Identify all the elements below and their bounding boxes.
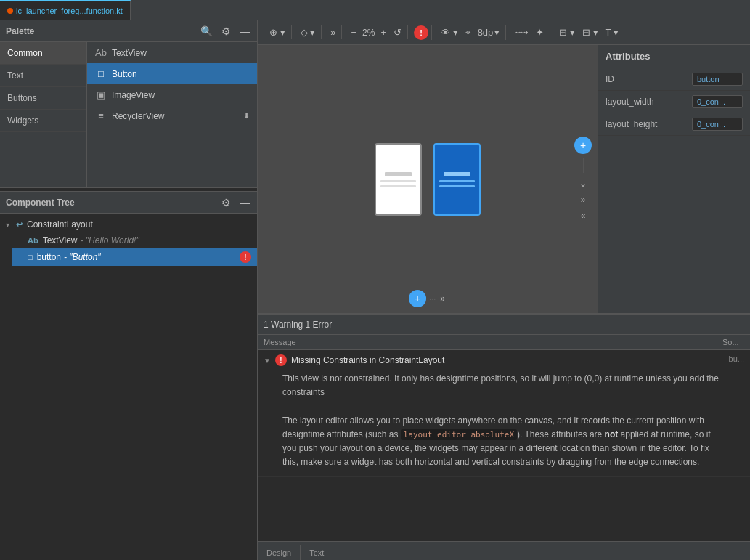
attr-row-width: layout_width 0_con... [598,91,750,113]
msg-error-icon-0: ! [275,354,287,366]
tree-prefix-button: □ [28,253,33,261]
col-message: Message [264,338,722,346]
phone-mockup-2[interactable] [433,143,481,216]
layer-button[interactable]: ⊕ ▾ [266,25,288,39]
bottom-tab-design[interactable]: Design [258,545,301,560]
tab-label: ic_launcher_foreg...function.kt [16,7,123,15]
expand-button[interactable]: » [579,193,587,206]
widget-textview-label: TextView [112,48,147,58]
toolbar-group-view: 👁 ▾ ⌖ 8dp ▾ [435,25,506,40]
tree-item-button[interactable]: □ button - "Button" ! [12,248,257,266]
tree-value-button: - "Button" [64,252,101,262]
palette-settings-button[interactable]: ⚙ [220,25,232,37]
bottom-tabs-bar: Design Text [258,541,750,560]
attr-label-width: layout_width [606,97,692,107]
tree-arrow: ▾ [6,221,13,229]
refresh-button[interactable]: ↺ [391,25,404,39]
error-badge: ! [414,25,428,40]
path-button[interactable]: ⟿ [512,25,531,39]
body-line1: This view is not constrained. It only ha… [282,373,719,397]
attr-label-height: layout_height [606,119,692,129]
add-constraint-button[interactable]: + [574,137,592,154]
widget-textview[interactable]: Ab TextView [87,42,257,63]
bottom-tab-text-label: Text [309,548,324,557]
collapse-button[interactable]: « [579,209,587,222]
top-tabs-bar: ic_launcher_foreg...function.kt [0,0,750,20]
toolbar-group-design: ◇ ▾ [295,25,322,39]
category-list: Common Text Buttons Widgets [0,42,87,187]
category-item-text[interactable]: Text [0,65,86,87]
palette-minimize-button[interactable]: — [238,25,251,37]
more-horiz-button[interactable]: » [439,292,447,305]
widget-list: Ab TextView □ Button ▣ ImageView ≡ Recyc… [87,42,257,187]
warning-icon: ! [240,251,251,263]
toolbar-group-zoom: − 2% + ↺ [345,25,408,39]
align-h-button[interactable]: ⊞ ▾ [556,25,578,39]
add-bottom-button[interactable]: + [409,290,426,307]
bottom-tab-text[interactable]: Text [301,545,333,560]
bottom-tab-design-label: Design [266,548,291,557]
phone-mockup-1[interactable] [375,143,422,216]
phone-line-3 [439,180,475,182]
design-button[interactable]: ◇ ▾ [298,25,319,39]
col-source: So... [722,338,744,346]
eye-button[interactable]: 👁 ▾ [438,25,461,39]
tree-label-constraintlayout: ConstraintLayout [27,219,93,230]
attributes-title: Attributes [598,45,750,68]
attr-value-height[interactable]: 0_con... [692,118,743,131]
tree-item-constraintlayout[interactable]: ▾ ↩ ConstraintLayout [0,216,257,232]
download-icon: ⬇ [243,111,250,121]
canvas-right-controls: + ⌄ » « [574,137,592,222]
attr-value-width[interactable]: 0_con... [692,95,743,108]
canvas-area: + ⌄ » « + ··· » [258,45,598,313]
phone-line-4 [439,185,475,187]
category-label-widgets: Widgets [7,115,38,126]
tab-active[interactable]: ic_launcher_foreg...function.kt [0,0,131,20]
zoom-in-button[interactable]: + [378,25,389,39]
category-label-common: Common [7,48,43,58]
align-v-button[interactable]: ⊟ ▾ [579,25,601,39]
palette-title: Palette [6,26,193,36]
chevron-down-button[interactable]: ⌄ [578,177,588,190]
imageview-icon: ▣ [94,89,107,100]
more-button[interactable]: » [327,25,338,39]
category-item-widgets[interactable]: Widgets [0,110,86,132]
tree-settings-button[interactable]: ⚙ [220,197,232,208]
baseline-button[interactable]: T ▾ [603,25,621,39]
phone-container [375,143,481,216]
phone-line-2 [380,185,416,187]
category-label-buttons: Buttons [7,93,37,103]
canvas-bottom-controls: + ··· » [409,290,447,307]
palette-search-button[interactable]: 🔍 [199,25,214,37]
component-tree-header: Component Tree ⚙ — [0,192,257,214]
tree-item-textview[interactable]: Ab TextView - "Hello World!" [12,232,257,248]
phone-bar-2 [444,172,470,176]
category-item-buttons[interactable]: Buttons [0,87,86,110]
category-item-common[interactable]: Common [0,42,86,65]
dp-button[interactable]: 8dp ▾ [475,25,503,39]
toolbar-group-align: ⊞ ▾ ⊟ ▾ T ▾ [553,25,624,39]
message-table-header: Message So... [258,335,750,350]
editor-toolbar: ⊕ ▾ ◇ ▾ » − 2% + ↺ ! 👁 ▾ [258,20,750,45]
message-row-0[interactable]: ▼ ! Missing Constraints in ConstraintLay… [258,350,750,477]
widget-recyclerview[interactable]: ≡ RecyclerView ⬇ [87,105,257,126]
toolbar-group-error: ! [411,25,432,40]
wand-button[interactable]: ✦ [533,25,547,39]
attr-row-height: layout_height 0_con... [598,113,750,136]
widget-recyclerview-label: RecyclerView [112,111,164,121]
textview-icon: Ab [94,47,107,58]
widget-imageview[interactable]: ▣ ImageView [87,84,257,105]
attr-value-id[interactable]: button [692,73,743,86]
magnet-button[interactable]: ⌖ [462,25,473,40]
message-title-row-0: ▼ ! Missing Constraints in ConstraintLay… [264,354,722,366]
code-snippet: layout_editor_absoluteX [401,429,517,440]
expand-arrow-0[interactable]: ▼ [264,357,271,365]
component-tree-body: ▾ ↩ ConstraintLayout Ab TextView - "Hell… [0,214,257,560]
zoom-level-label: 2% [361,28,376,38]
toolbar-group-tools: ⟿ ✦ [509,25,550,39]
tree-minimize-button[interactable]: — [238,197,251,208]
zoom-out-button[interactable]: − [348,25,359,39]
left-panel: Palette 🔍 ⚙ — Common Text Buttons [0,20,258,560]
widget-button[interactable]: □ Button [87,63,257,84]
component-tree-title: Component Tree [6,198,214,208]
